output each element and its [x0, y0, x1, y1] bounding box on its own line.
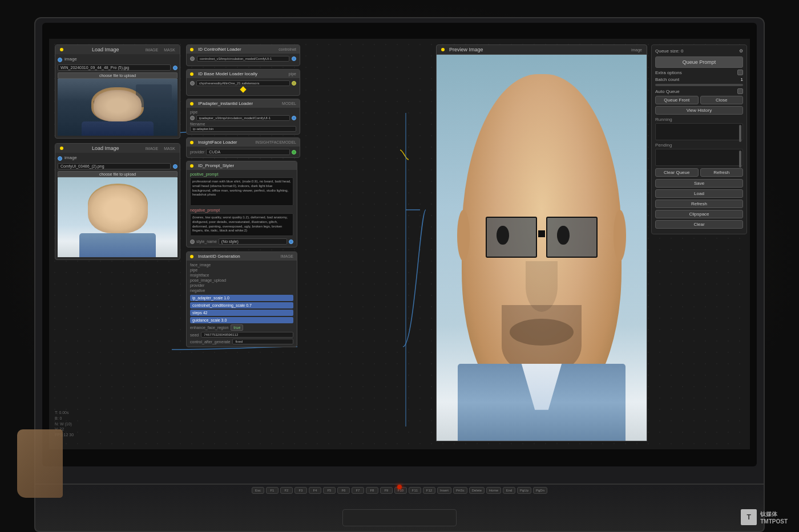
load-btn[interactable]: Load [655, 189, 743, 198]
trackpad[interactable] [342, 509, 457, 526]
running-scrollbar[interactable] [739, 125, 741, 142]
key-f7[interactable]: F7 [352, 487, 364, 494]
image-preview-top [58, 79, 177, 136]
shirt [458, 364, 626, 441]
enhance-value[interactable]: true [231, 324, 243, 331]
refresh-btn2[interactable]: Refresh [655, 200, 743, 208]
close-btn[interactable]: Close [700, 96, 744, 104]
instantid-image-label: IMAGE [280, 254, 293, 258]
key-end[interactable]: End [503, 487, 515, 494]
key-esc[interactable]: Esc [252, 487, 264, 494]
key-f1[interactable]: F1 [266, 487, 279, 494]
control-after-label: control_after_generate [190, 340, 230, 344]
photo-man-glasses [58, 79, 177, 136]
queue-panel: Queue size: 0 ⚙ Queue Prompt Extra optio… [651, 44, 747, 234]
key-pgdn[interactable]: PgDn [533, 487, 547, 494]
filename-input[interactable]: WIN_20240310_09_44_48_Pro (5).jpg [58, 64, 171, 71]
running-label: Running [655, 117, 743, 122]
screen-content: Load Image IMAGE MASK image [49, 39, 750, 449]
auto-queue-checkbox[interactable] [737, 88, 743, 94]
id-base-model-title: ID Base Model Loader locally [198, 71, 257, 76]
clipspace-btn[interactable]: Clipspace [655, 210, 743, 218]
seed-value[interactable]: 746775320049596112 [201, 332, 293, 338]
style-name-value[interactable]: (No style) [219, 238, 287, 245]
controlnet-conditioning-row[interactable]: controlnet_conditioning_scale 0.7 [190, 302, 293, 308]
refresh-queue-btn[interactable]: Refresh [700, 168, 744, 177]
key-f5[interactable]: F5 [323, 487, 336, 494]
key-f6[interactable]: F6 [337, 487, 350, 494]
pending-area [655, 149, 743, 166]
positive-prompt-text[interactable]: professional man with blue shirt, (male:… [190, 177, 293, 206]
left-panel: Load Image IMAGE MASK image [55, 44, 180, 260]
load-image-bottom-body: image ComfyUI_03486_(2).png choose file … [55, 153, 180, 259]
style-name-row: style_name (No style) [190, 238, 293, 245]
key-f9[interactable]: F9 [380, 487, 393, 494]
style-out [289, 239, 293, 244]
insightface-label-2: insightface [190, 273, 293, 277]
image-connector [58, 58, 62, 62]
clear-queue-btn[interactable]: Clear Queue [655, 168, 699, 177]
base-model-value[interactable]: chpt/newrealityAllinOne_21.safetensors [196, 80, 290, 86]
view-history-btn[interactable]: View History [655, 106, 743, 115]
key-f11[interactable]: F11 [409, 487, 421, 494]
image-label-2: image [64, 155, 77, 160]
key-f4[interactable]: F4 [309, 487, 321, 494]
id-prompt-styler-header: ID_Prompt_Styler [187, 161, 297, 170]
negative-prompt-text[interactable]: (lowres, low quality, worst quality:1.2)… [190, 213, 293, 236]
ipadapter-filename-value[interactable]: ip-adapter.bin [190, 126, 296, 132]
key-f12[interactable]: F12 [423, 487, 435, 494]
control-after-row: control_after_generate fixed [190, 339, 293, 344]
ipadapter-pipe-value[interactable]: ipadapter_v3/tmp/circulation_model/Comfy… [196, 115, 290, 121]
preview-header: Preview Image image [436, 44, 647, 55]
insightface-provider-value[interactable]: CUDA [206, 149, 290, 155]
clear-btn[interactable]: Clear [655, 220, 743, 229]
extra-options-row: Extra options [655, 70, 743, 75]
key-insert[interactable]: Insert [437, 487, 451, 494]
ip-adapter-scale-row[interactable]: ip_adapter_scale 1.0 [190, 295, 293, 301]
instantid-gen-node: InstantID Generation IMAGE face_image pi… [186, 251, 297, 347]
extra-options-checkbox[interactable] [737, 70, 743, 75]
controlnet-value[interactable]: controlnet_v3/tmp/circulation_model/Comf… [197, 56, 289, 62]
guidance-scale-row[interactable]: guidance_scale 3.0 [190, 317, 293, 323]
key-pgup[interactable]: PgUp [517, 487, 531, 494]
tmtpost-english: TMTPOST [760, 518, 788, 525]
gear-icon[interactable]: ⚙ [739, 48, 743, 54]
ipadapter-pipe-connector [190, 116, 195, 120]
seed-row: seed 746775320049596112 [190, 332, 293, 338]
queue-prompt-btn[interactable]: Queue Prompt [655, 56, 743, 68]
load-image-bottom-header: Load Image IMAGE MASK [55, 144, 180, 153]
key-f8[interactable]: F8 [366, 487, 378, 494]
save-btn[interactable]: Save [655, 179, 743, 188]
node-dot-8 [190, 255, 193, 258]
output-connector [173, 66, 177, 70]
id-controlnet-loader-node: ID ControlNet Loader controlnet controln… [186, 44, 300, 66]
ipadapter-title: IPadapter_instantid Loader [198, 101, 253, 106]
filename-input-2[interactable]: ComfyUI_03486_(2).png [58, 163, 171, 169]
insightface-out [292, 150, 296, 155]
pending-scrollbar[interactable] [739, 151, 741, 168]
key-f3[interactable]: F3 [294, 487, 307, 494]
load-image-top-body: image WIN_20240310_09_44_48_Pro (5).jpg … [55, 54, 180, 138]
key-prtsc[interactable]: PrtSc [453, 487, 467, 494]
pipe-label-2: pipe [190, 268, 293, 272]
steps-row[interactable]: steps 42 [190, 310, 293, 316]
queue-front-btn[interactable]: Queue Front [655, 96, 699, 104]
choose-file-btn-top[interactable]: choose file to upload [58, 72, 177, 79]
key-delete[interactable]: Delete [469, 487, 485, 494]
middle-nodes-panel: ID ControlNet Loader controlnet controln… [186, 44, 300, 347]
load-image-bottom-title: Load Image [92, 145, 119, 151]
insightface-provider-label: provider [190, 150, 204, 154]
batch-count-slider[interactable] [655, 84, 743, 86]
insightface-provider-row: provider CUDA [190, 149, 296, 155]
eyes-area [486, 217, 598, 257]
image-label-bottom: IMAGE MASK [146, 147, 175, 151]
preview-title: Preview Image [449, 47, 483, 52]
choose-file-btn-bottom[interactable]: choose file to upload [58, 171, 177, 177]
pipe-label: pipe [289, 72, 296, 76]
control-after-value[interactable]: fixed [232, 339, 293, 344]
key-f2[interactable]: F2 [280, 487, 293, 494]
key-home[interactable]: Home [486, 487, 501, 494]
provider-label-2: provider [190, 283, 293, 287]
style-connector [190, 239, 195, 244]
node-dot-5 [190, 102, 193, 105]
